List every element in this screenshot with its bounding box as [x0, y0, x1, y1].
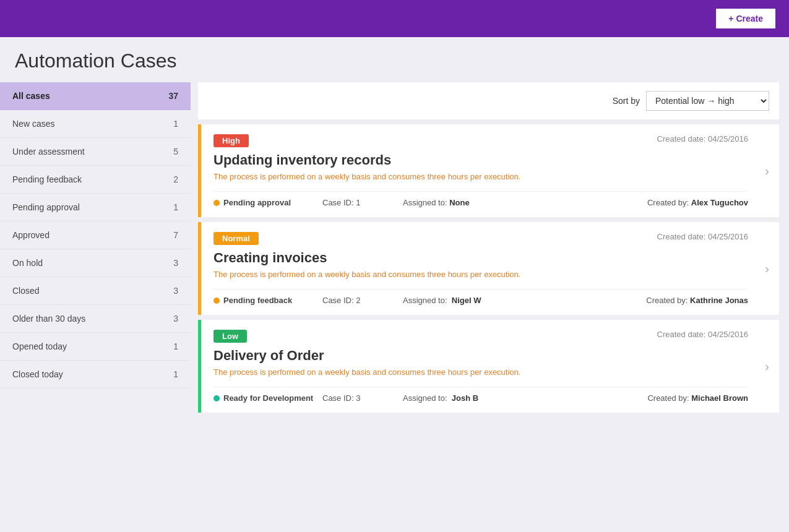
sidebar-item-label: On hold [12, 258, 43, 268]
case-title: Delivery of Order [213, 348, 748, 364]
sidebar-item-label: Closed [12, 286, 40, 296]
sidebar-item-count: 3 [173, 286, 178, 296]
status-dot [213, 395, 220, 401]
page-title: Automation Cases [0, 37, 789, 82]
main-layout: All cases 37 New cases 1 Under assessmen… [0, 82, 789, 425]
case-title: Creating invoices [213, 250, 748, 266]
created-date: Created date: 04/25/2016 [657, 134, 748, 144]
top-bar: + Create [0, 0, 789, 37]
case-description: The process is performed on a weekly bas… [213, 270, 748, 279]
sidebar-item-pending-feedback[interactable]: Pending feedback 2 [0, 166, 191, 194]
created-date: Created date: 04/25/2016 [657, 330, 748, 339]
sidebar-item-new-cases[interactable]: New cases 1 [0, 110, 191, 138]
sidebar-item-count: 7 [173, 230, 178, 240]
sidebar-item-closed-today[interactable]: Closed today 1 [0, 361, 191, 388]
chevron-right-icon[interactable]: › [765, 359, 769, 374]
sidebar-item-label: Closed today [12, 369, 63, 379]
status-dot [213, 200, 220, 206]
case-id: Case ID: 3 [322, 393, 403, 403]
created-by: Created by: Michael Brown [647, 393, 748, 403]
content-area: Sort by Potential low → highPotential hi… [191, 82, 789, 413]
sidebar-item-all-cases[interactable]: All cases 37 [0, 82, 191, 110]
case-footer: Pending approval Case ID: 1 Assigned to:… [213, 191, 748, 207]
case-description: The process is performed on a weekly bas… [213, 367, 748, 377]
card-header: Low Created date: 04/25/2016 [213, 330, 748, 343]
sidebar-item-count: 1 [173, 119, 178, 129]
card-header: High Created date: 04/25/2016 [213, 134, 748, 147]
sidebar-item-count: 1 [173, 202, 178, 212]
case-title: Updating inventory records [213, 152, 748, 168]
assigned-to: Assigned to: Nigel W [403, 296, 646, 305]
case-status: Pending feedback [223, 296, 322, 305]
case-description: The process is performed on a weekly bas… [213, 172, 748, 181]
priority-badge: Normal [213, 232, 259, 245]
sidebar-item-label: Pending approval [12, 202, 80, 212]
case-footer: Pending feedback Case ID: 2 Assigned to:… [213, 289, 748, 305]
case-id: Case ID: 1 [322, 198, 403, 207]
sidebar-item-label: Opened today [12, 341, 67, 351]
sidebar-item-pending-approval[interactable]: Pending approval 1 [0, 194, 191, 221]
card-header: Normal Created date: 04/25/2016 [213, 232, 748, 245]
sort-bar: Sort by Potential low → highPotential hi… [198, 82, 779, 119]
sidebar-item-count: 1 [173, 341, 178, 351]
case-id: Case ID: 2 [322, 296, 403, 305]
case-card-case-1[interactable]: High Created date: 04/25/2016 Updating i… [198, 124, 779, 217]
chevron-right-icon[interactable]: › [765, 262, 769, 276]
sidebar-item-closed[interactable]: Closed 3 [0, 277, 191, 305]
created-by: Created by: Kathrine Jonas [646, 296, 748, 305]
priority-badge: Low [213, 330, 247, 343]
case-status: Pending approval [223, 198, 322, 207]
cases-list: High Created date: 04/25/2016 Updating i… [198, 124, 779, 413]
sort-label: Sort by [613, 96, 640, 106]
sidebar-item-count: 3 [173, 314, 178, 324]
sidebar-item-approved[interactable]: Approved 7 [0, 221, 191, 249]
sidebar-item-count: 2 [173, 174, 178, 184]
sidebar-item-opened-today[interactable]: Opened today 1 [0, 333, 191, 361]
sidebar-item-count: 3 [173, 258, 178, 268]
chevron-right-icon[interactable]: › [765, 164, 769, 178]
sidebar-item-under-assessment[interactable]: Under assessment 5 [0, 138, 191, 166]
sort-select[interactable]: Potential low → highPotential high → low… [646, 91, 769, 111]
sidebar: All cases 37 New cases 1 Under assessmen… [0, 82, 191, 413]
sidebar-item-label: All cases [12, 91, 50, 101]
create-button[interactable]: + Create [715, 7, 777, 30]
created-by: Created by: Alex Tuguchov [647, 198, 748, 207]
created-date: Created date: 04/25/2016 [657, 232, 748, 241]
priority-badge: High [213, 134, 249, 147]
case-footer: Ready for Development Case ID: 3 Assigne… [213, 387, 748, 403]
case-card-case-2[interactable]: Normal Created date: 04/25/2016 Creating… [198, 222, 779, 315]
sidebar-item-count: 37 [168, 91, 178, 101]
sidebar-item-on-hold[interactable]: On hold 3 [0, 249, 191, 277]
sidebar-item-label: Pending feedback [12, 174, 82, 184]
assigned-to: Assigned to: Josh B [403, 393, 647, 403]
sidebar-item-label: New cases [12, 119, 54, 129]
sidebar-item-count: 1 [173, 369, 178, 379]
case-card-case-3[interactable]: Low Created date: 04/25/2016 Delivery of… [198, 320, 779, 413]
case-status: Ready for Development [223, 393, 322, 403]
sidebar-item-older-than-30-days[interactable]: Older than 30 days 3 [0, 305, 191, 333]
sidebar-item-label: Under assessment [12, 147, 85, 157]
sidebar-item-count: 5 [173, 147, 178, 157]
status-dot [213, 298, 220, 304]
sidebar-item-label: Older than 30 days [12, 314, 85, 324]
assigned-to: Assigned to: None [403, 198, 647, 207]
sidebar-item-label: Approved [12, 230, 50, 240]
